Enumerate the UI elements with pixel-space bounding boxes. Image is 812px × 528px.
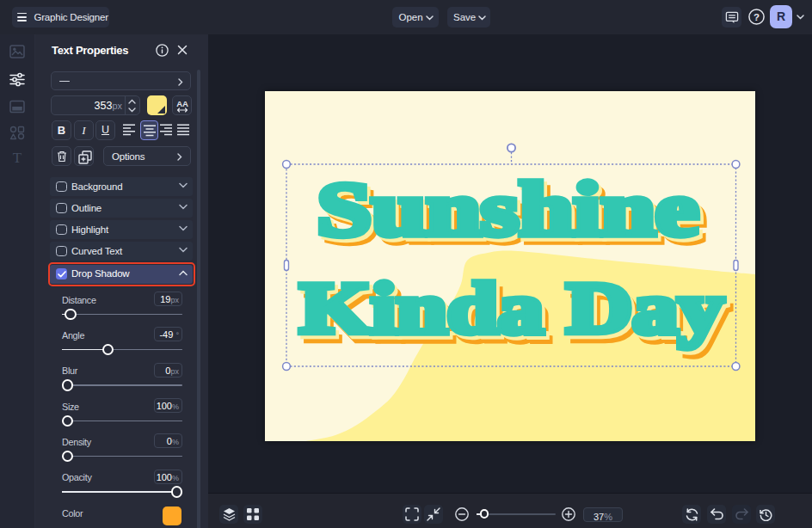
svg-text:AA: AA xyxy=(176,99,188,108)
svg-text:Kinda Day: Kinda Day xyxy=(300,268,724,348)
svg-text:?: ? xyxy=(754,12,760,22)
svg-text:Sunshine: Sunshine xyxy=(317,166,699,251)
svg-text:T: T xyxy=(13,150,22,165)
